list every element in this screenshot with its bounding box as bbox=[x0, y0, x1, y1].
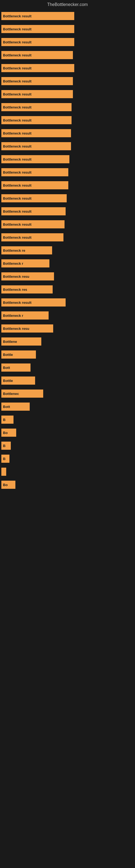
bottleneck-bar: Bottleneck re bbox=[1, 246, 52, 254]
bar-row: Bottle bbox=[1, 350, 134, 359]
bar-label: Bottleneck result bbox=[3, 14, 31, 18]
bar-label: B bbox=[3, 444, 5, 448]
bar-label: Bottleneck resu bbox=[3, 327, 30, 331]
bar-label: Bottleneck resu bbox=[3, 275, 30, 279]
bar-row bbox=[1, 468, 134, 476]
bar-row: Bottleneck r bbox=[1, 259, 134, 268]
bar-label: Bottleneck result bbox=[3, 66, 31, 70]
bar-label: B bbox=[3, 418, 5, 422]
bar-row: Bottleneck result bbox=[1, 116, 134, 124]
bottleneck-bar: Bottleneck r bbox=[1, 311, 49, 319]
bar-label: Bottleneck result bbox=[3, 118, 31, 122]
bottleneck-bar: Bottle bbox=[1, 376, 35, 384]
bar-row: Bottleneck resu bbox=[1, 324, 134, 333]
bottleneck-bar: Bottleneck result bbox=[1, 64, 74, 72]
bar-label: Bottle bbox=[3, 379, 13, 383]
bar-label: Bottlene bbox=[3, 340, 17, 344]
bar-label: Bottleneck result bbox=[3, 301, 31, 305]
bottleneck-bar: Bo bbox=[1, 480, 15, 489]
bottleneck-bar: Bottleneck result bbox=[1, 142, 71, 150]
bar-label: Bottleneck result bbox=[3, 183, 31, 187]
bar-row: Bottleneck result bbox=[1, 233, 134, 241]
bar-row: Bottleneck result bbox=[1, 194, 134, 203]
bar-label: Bottleneck result bbox=[3, 131, 31, 135]
bar-label: Bottleneck result bbox=[3, 196, 31, 200]
bottleneck-bar: Bottleneck resu bbox=[1, 272, 54, 280]
bar-row: Bott bbox=[1, 364, 134, 372]
bar-row: Bottleneck resu bbox=[1, 272, 134, 280]
bar-row: Bottlene bbox=[1, 337, 134, 346]
bottleneck-bar: Bottleneck result bbox=[1, 129, 71, 137]
bar-label: Bottleneck r bbox=[3, 261, 23, 266]
bottleneck-bar: Bottleneck result bbox=[1, 116, 72, 124]
bottleneck-bar: Bottleneck result bbox=[1, 51, 73, 59]
bar-row: Bottleneck result bbox=[1, 168, 134, 176]
bar-row: Bottleneck result bbox=[1, 90, 134, 98]
site-title: TheBottlenecker.com bbox=[0, 0, 135, 9]
bottleneck-bar: Bottleneck result bbox=[1, 103, 72, 111]
bar-row: Bottleneck re bbox=[1, 246, 134, 254]
bar-row: Bottleneck result bbox=[1, 103, 134, 111]
bar-label: Bott bbox=[3, 366, 10, 370]
bar-row: Bottleneck result bbox=[1, 77, 134, 85]
bottleneck-bar: Bott bbox=[1, 364, 31, 372]
bar-row: Bottleneck result bbox=[1, 155, 134, 163]
bar-label: Bottleneck result bbox=[3, 209, 31, 214]
bar-label: Bottleneck res bbox=[3, 287, 27, 291]
bar-row: Bo bbox=[1, 480, 134, 489]
bar-label: Bottle bbox=[3, 352, 13, 357]
bar-row: B bbox=[1, 442, 134, 450]
bar-label: Bottleneck result bbox=[3, 27, 31, 31]
bar-label: Bottleneck result bbox=[3, 157, 31, 161]
bar-row: Bottleneck res bbox=[1, 285, 134, 293]
bottleneck-bar: Bottleneck resu bbox=[1, 324, 53, 333]
bar-row: Bottleneck result bbox=[1, 142, 134, 150]
bottleneck-bar: Bott bbox=[1, 403, 30, 411]
bottleneck-bar: Bottleneck result bbox=[1, 299, 65, 307]
bar-row: Bottlenec bbox=[1, 390, 134, 398]
bar-label: Bottleneck result bbox=[3, 144, 31, 148]
bar-row: Bottleneck result bbox=[1, 12, 134, 20]
bar-label: Bottleneck result bbox=[3, 236, 31, 240]
bar-row: Bo bbox=[1, 429, 134, 437]
bar-label: Bottleneck result bbox=[3, 105, 31, 109]
bar-label: B bbox=[3, 457, 5, 461]
bar-label: Bo bbox=[3, 483, 8, 487]
bottleneck-bar: Bottleneck result bbox=[1, 220, 64, 228]
bar-row: Bottleneck result bbox=[1, 25, 134, 33]
bar-label: Bottleneck result bbox=[3, 79, 31, 83]
bar-row: Bottle bbox=[1, 376, 134, 384]
bottleneck-bar: B bbox=[1, 442, 11, 450]
bottleneck-bar: Bottleneck result bbox=[1, 38, 74, 46]
bars-container: Bottleneck resultBottleneck resultBottle… bbox=[0, 9, 135, 496]
bottleneck-bar bbox=[1, 468, 6, 476]
bottleneck-bar: Bottleneck result bbox=[1, 194, 67, 203]
bar-label: Bottleneck result bbox=[3, 92, 31, 96]
bottleneck-bar: Bo bbox=[1, 429, 16, 437]
bar-row: B bbox=[1, 455, 134, 463]
bottleneck-bar: Bottlenec bbox=[1, 390, 43, 398]
bottleneck-bar: Bottleneck result bbox=[1, 181, 68, 189]
bar-row: Bottleneck result bbox=[1, 129, 134, 137]
bar-row: Bott bbox=[1, 403, 134, 411]
bar-label: Bottleneck result bbox=[3, 53, 31, 57]
bar-row: Bottleneck result bbox=[1, 220, 134, 228]
bottleneck-bar: Bottleneck result bbox=[1, 12, 74, 20]
bar-label: Bottleneck result bbox=[3, 40, 31, 44]
bar-row: Bottleneck result bbox=[1, 181, 134, 189]
bottleneck-bar: Bottleneck result bbox=[1, 77, 73, 85]
bottleneck-bar: B bbox=[1, 415, 13, 424]
bar-row: Bottleneck result bbox=[1, 38, 134, 46]
bottleneck-bar: Bottleneck result bbox=[1, 25, 74, 33]
bar-label: Bottleneck result bbox=[3, 170, 31, 175]
bar-row: Bottleneck r bbox=[1, 311, 134, 319]
bar-label: Bott bbox=[3, 405, 10, 409]
bottleneck-bar: Bottleneck result bbox=[1, 207, 65, 215]
bottleneck-bar: Bottleneck result bbox=[1, 155, 70, 163]
bar-row: Bottleneck result bbox=[1, 64, 134, 72]
bar-row: B bbox=[1, 415, 134, 424]
bottleneck-bar: Bottleneck res bbox=[1, 285, 53, 293]
bottleneck-bar: Bottlene bbox=[1, 337, 41, 346]
bar-label: Bottleneck r bbox=[3, 314, 23, 318]
bottleneck-bar: Bottleneck r bbox=[1, 259, 49, 268]
